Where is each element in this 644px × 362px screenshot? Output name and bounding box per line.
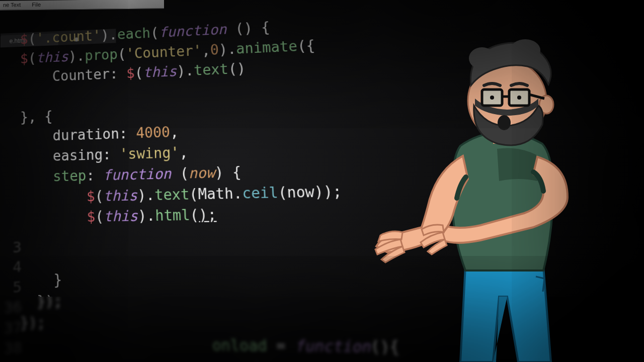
gutter-line: 4 xyxy=(0,257,22,278)
app-menubar: ne Text File xyxy=(0,0,164,11)
menubar-app-name: ne Text xyxy=(3,1,21,10)
svg-point-8 xyxy=(490,96,494,100)
gutter-line: 3 xyxy=(0,237,22,258)
code-token: $ xyxy=(20,31,28,47)
pants-shape xyxy=(460,266,551,362)
mouth-icon xyxy=(498,115,511,130)
svg-point-3 xyxy=(510,39,540,61)
hand-right xyxy=(421,225,447,254)
menubar-file: File xyxy=(32,1,41,10)
svg-point-9 xyxy=(517,96,521,100)
scene: ne Text File e.html $('.count').each(fun… xyxy=(0,0,644,362)
gutter-line: 5 xyxy=(0,277,22,298)
presenter-illustration xyxy=(367,30,589,362)
hand-left xyxy=(375,231,405,262)
svg-point-2 xyxy=(469,47,495,69)
